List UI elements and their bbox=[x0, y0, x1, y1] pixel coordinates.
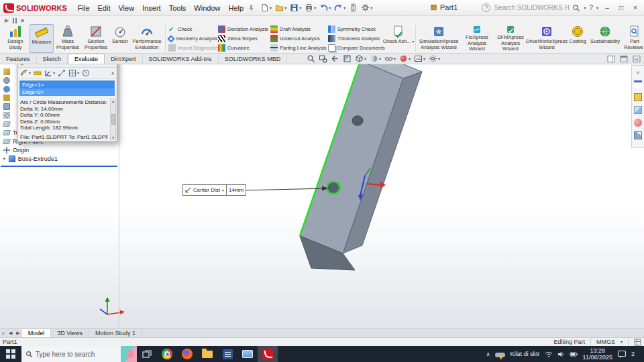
help-dropdown-icon[interactable]: ▾ bbox=[596, 6, 598, 10]
sensor-button[interactable]: Sensor bbox=[110, 24, 130, 53]
rebuild-button[interactable] bbox=[347, 3, 359, 13]
taskbar-app-firefox[interactable] bbox=[177, 346, 197, 362]
start-button[interactable] bbox=[0, 346, 21, 362]
tab-model[interactable]: Model bbox=[22, 329, 52, 337]
driveworksxpress-wizard-button[interactable]: DriveWorksXpress Wizard bbox=[527, 24, 566, 53]
task-view-button[interactable] bbox=[137, 346, 157, 362]
compare-documents-button[interactable]: Compare Documents bbox=[328, 44, 382, 52]
tree-item-boss-extrude1[interactable]: ▶Boss-Extrude1 bbox=[0, 154, 119, 163]
apply-scene-button[interactable]: ▾ bbox=[413, 54, 426, 63]
menu-edit[interactable]: Edit bbox=[94, 3, 115, 13]
taskbar-app-explorer[interactable] bbox=[237, 346, 258, 362]
taskbar-app-chrome[interactable] bbox=[157, 346, 177, 362]
units-dropdown-icon[interactable]: ▾ bbox=[621, 340, 623, 344]
units-precision-button[interactable] bbox=[33, 68, 42, 78]
taskpane-collapse-icon[interactable]: « bbox=[636, 69, 639, 76]
arc-circle-measure-button[interactable]: ▾ bbox=[19, 68, 32, 78]
close-button[interactable]: × bbox=[630, 4, 641, 11]
curvature-button[interactable]: Curvature bbox=[218, 44, 268, 52]
help-menu-button[interactable]: ? bbox=[589, 4, 593, 11]
point-to-point-button[interactable] bbox=[57, 68, 66, 78]
tab-features[interactable]: Features bbox=[0, 54, 37, 64]
search-dropdown-icon[interactable]: ▾ bbox=[584, 6, 586, 10]
design-study-button[interactable]: Design Study bbox=[1, 24, 30, 53]
tab-solidworks-mbd[interactable]: SOLIDWORKS MBD bbox=[219, 54, 288, 64]
battery-icon[interactable] bbox=[570, 351, 578, 358]
menu-tools[interactable]: Tools bbox=[165, 3, 191, 13]
projection-button[interactable]: ▾ bbox=[68, 68, 80, 78]
search-highlight-image[interactable] bbox=[121, 346, 137, 362]
mass-properties-button[interactable]: Mass Properties bbox=[54, 24, 82, 53]
menu-help[interactable]: Help bbox=[224, 3, 248, 13]
custom-properties-icon[interactable] bbox=[634, 131, 642, 139]
hole-top[interactable] bbox=[352, 116, 363, 125]
tab-sketch[interactable]: Sketch bbox=[37, 54, 68, 64]
new-document-button[interactable]: ▾ bbox=[259, 3, 273, 13]
appearances-icon[interactable] bbox=[634, 119, 642, 127]
performance-evaluation-button[interactable]: Performance Evaluation bbox=[130, 24, 164, 53]
menu-view[interactable]: View bbox=[114, 3, 138, 13]
play-icon[interactable]: ▶ bbox=[5, 17, 9, 23]
measure-selection-list[interactable]: Edge<1> Edge<2> bbox=[19, 80, 115, 96]
tab-3d-views[interactable]: 3D Views bbox=[51, 329, 89, 337]
callout-value-box[interactable]: 14mm bbox=[227, 184, 246, 196]
taskbar-clock[interactable]: 13:28 11/06/2025 bbox=[583, 347, 612, 361]
redo-button[interactable]: ▾ bbox=[333, 3, 347, 13]
selection-edge-2[interactable]: Edge<2> bbox=[20, 88, 114, 96]
taskbar-app-solidworks[interactable] bbox=[258, 346, 278, 362]
open-button[interactable]: ▾ bbox=[274, 3, 288, 13]
display-pane-toggle-icon[interactable] bbox=[607, 55, 615, 63]
view-settings-button[interactable]: ▾ bbox=[428, 54, 441, 63]
maximize-button[interactable]: □ bbox=[616, 4, 627, 11]
volume-icon[interactable] bbox=[557, 351, 565, 358]
minimize-button[interactable]: – bbox=[602, 4, 612, 11]
expand-icon[interactable]: ▶ bbox=[3, 157, 6, 160]
file-explorer-icon[interactable] bbox=[634, 93, 642, 101]
results-scrollbar[interactable]: ▲ ▼ bbox=[110, 99, 116, 140]
view-orientation-button[interactable]: ▾ bbox=[354, 54, 367, 63]
undercut-analysis-button[interactable]: Undercut Analysis bbox=[270, 35, 325, 42]
display-style-button[interactable]: ▾ bbox=[369, 54, 382, 63]
dialog-collapse-icon[interactable]: ∧ bbox=[111, 70, 115, 76]
sustainability-button[interactable]: Sustainability bbox=[589, 24, 621, 53]
tree-item-origin[interactable]: Origin bbox=[0, 145, 119, 154]
section-view-button[interactable] bbox=[342, 54, 352, 63]
print-button[interactable]: ▾ bbox=[303, 3, 317, 13]
costing-button[interactable]: Costing bbox=[566, 24, 589, 53]
deviation-analysis-button[interactable]: Deviation Analysis bbox=[218, 25, 268, 33]
tab-scroll-prev-icon[interactable]: ◀ bbox=[7, 330, 14, 336]
design-library-icon[interactable] bbox=[634, 80, 642, 88]
scroll-down-icon[interactable]: ▼ bbox=[111, 135, 115, 139]
options-button[interactable]: ▾ bbox=[360, 3, 374, 13]
custom-toolbar-icon[interactable] bbox=[634, 339, 641, 346]
simulationxpress-wizard-button[interactable]: SimulationXpress Analysis Wizard bbox=[417, 24, 460, 53]
menu-file[interactable]: File bbox=[74, 3, 94, 13]
taskbar-search[interactable] bbox=[21, 346, 137, 362]
edit-appearance-button[interactable]: ▾ bbox=[398, 54, 411, 63]
part-reviewer-button[interactable]: Part Reviewer bbox=[621, 24, 643, 53]
hole-bottom[interactable] bbox=[328, 182, 339, 193]
callout-label-box[interactable]: Center Dist ▾ bbox=[182, 184, 227, 196]
collapse-pane-icon[interactable] bbox=[633, 55, 641, 63]
floxpress-wizard-button[interactable]: FloXpress Analysis Wizard bbox=[460, 24, 494, 53]
wifi-icon[interactable] bbox=[545, 351, 553, 358]
previous-view-button[interactable] bbox=[330, 54, 340, 63]
zebra-stripes-button[interactable]: Zebra Stripes bbox=[218, 35, 268, 42]
tab-dimxpert[interactable]: DimXpert bbox=[105, 54, 143, 64]
save-button[interactable]: ▾ bbox=[288, 3, 303, 13]
view-palette-icon[interactable] bbox=[634, 106, 642, 114]
hide-show-items-button[interactable]: ▾ bbox=[384, 54, 396, 63]
menu-insert[interactable]: Insert bbox=[138, 3, 165, 13]
pin-menu-icon[interactable] bbox=[248, 4, 255, 12]
pause-icon[interactable] bbox=[13, 18, 17, 23]
zoom-area-button[interactable] bbox=[318, 54, 328, 63]
tab-evaluate[interactable]: Evaluate bbox=[68, 54, 105, 64]
scroll-up-icon[interactable]: ▲ bbox=[111, 99, 115, 103]
taskbar-app-folder[interactable] bbox=[197, 346, 217, 362]
taskbar-app-word[interactable] bbox=[217, 346, 237, 362]
tab-scroll-next-icon[interactable]: ▶ bbox=[14, 330, 21, 336]
tab-motion-study-1[interactable]: Motion Study 1 bbox=[89, 329, 142, 337]
tab-scroll-first-icon[interactable]: « bbox=[0, 331, 7, 336]
section-properties-button[interactable]: Section Properties bbox=[82, 24, 110, 53]
measure-history-button[interactable] bbox=[81, 68, 91, 78]
